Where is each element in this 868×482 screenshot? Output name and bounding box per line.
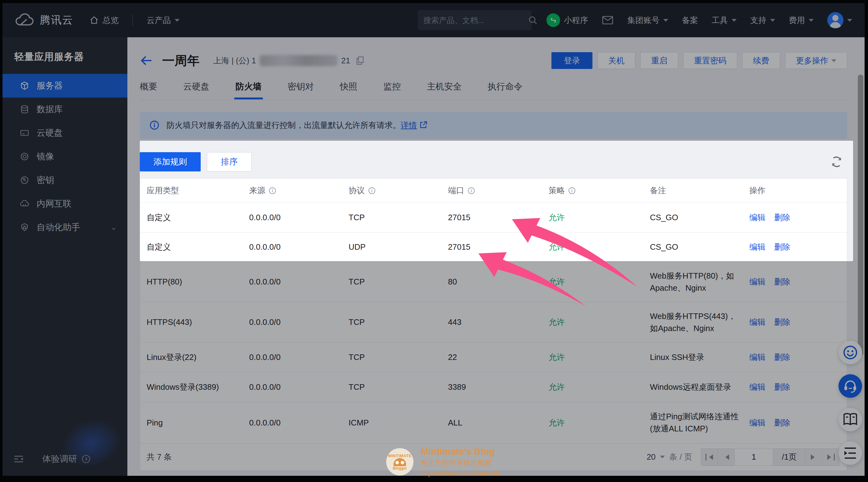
last-page-button[interactable]: [822, 449, 839, 465]
login-button[interactable]: 登录: [552, 52, 592, 69]
collapse-sidebar-icon[interactable]: [13, 454, 24, 464]
reset-password-button[interactable]: 重置密码: [683, 52, 737, 69]
scrollbar-thumb[interactable]: [858, 74, 863, 356]
info-circle-icon[interactable]: [467, 187, 475, 195]
edit-link[interactable]: 编辑: [749, 316, 766, 328]
support-button[interactable]: [838, 374, 862, 398]
info-circle-icon[interactable]: [269, 187, 277, 195]
cell-policy: 允许: [549, 241, 650, 253]
edit-link[interactable]: 编辑: [749, 212, 766, 224]
nav-mini-program[interactable]: 小程序: [547, 13, 588, 27]
docs-button[interactable]: [838, 408, 862, 431]
nav-account[interactable]: [827, 12, 852, 28]
delete-link[interactable]: 删除: [774, 212, 790, 224]
col-port: 端口: [448, 185, 549, 196]
page-size-select[interactable]: 20 条 / 页: [647, 452, 692, 462]
delete-link[interactable]: 删除: [774, 241, 790, 253]
sidebar-item-database[interactable]: 数据库: [2, 98, 127, 121]
delete-link[interactable]: 删除: [774, 351, 790, 363]
delete-link[interactable]: 删除: [774, 316, 790, 328]
nav-icp[interactable]: 备案: [682, 15, 698, 26]
tencent-cloud-logo: [15, 13, 34, 27]
delete-link[interactable]: 删除: [774, 381, 790, 393]
tab-key-pair[interactable]: 密钥对: [288, 81, 314, 99]
cell-policy: 允许: [549, 417, 650, 429]
rules-toolbar: 添加规则 排序: [140, 152, 847, 171]
renew-button[interactable]: 续费: [742, 52, 780, 69]
nav-cloud-products-label: 云产品: [147, 15, 171, 26]
sidebar-item-cloud-disk[interactable]: 云硬盘: [2, 121, 127, 145]
info-circle-icon: [149, 120, 160, 130]
edit-link[interactable]: 编辑: [749, 241, 766, 253]
delete-link[interactable]: 删除: [774, 417, 790, 429]
table-row: Linux登录(22) 0.0.0.0/0 TCP 22 允许 Linux SS…: [140, 343, 847, 373]
tab-monitor[interactable]: 监控: [383, 81, 401, 99]
cell-remark: 通过Ping测试网络连通性(放通ALL ICMP): [650, 411, 749, 435]
cell-remark: Web服务HTTP(80)，如Apache、Nginx: [650, 270, 749, 294]
chevron-down-icon: [732, 19, 737, 24]
edit-link[interactable]: 编辑: [749, 276, 766, 288]
sidebar-item-automation[interactable]: 自动化助手 ⌄: [2, 216, 127, 239]
cell-port: 22: [448, 351, 549, 363]
smiley-feedback-icon: [842, 345, 858, 360]
prev-page-button[interactable]: [718, 449, 735, 465]
nav-messages[interactable]: [602, 15, 614, 25]
cell-remark: Windows远程桌面登录: [650, 381, 749, 393]
cell-app-type: HTTPS(443): [147, 316, 249, 328]
sidebar-item-keys[interactable]: 密钥: [2, 168, 127, 192]
database-icon: [20, 105, 29, 114]
nav-tools[interactable]: 工具: [712, 15, 737, 26]
tab-overview[interactable]: 概要: [140, 81, 157, 99]
pagination: 1 /1页: [701, 448, 839, 466]
survey-link[interactable]: 体验调研: [24, 453, 109, 465]
global-search[interactable]: [418, 10, 532, 30]
banner-detail-link[interactable]: 详情: [401, 121, 417, 130]
feedback-button[interactable]: [838, 341, 862, 364]
firewall-rules-table: 应用类型 来源 协议 端口 策略 备注 操作 自定义 0.0.0.0/0 TCP: [140, 178, 847, 444]
search-input[interactable]: [424, 16, 524, 25]
instance-header: 一周年 上海 | (公) 1 21 登录 关机 重启: [140, 51, 847, 70]
info-circle-icon[interactable]: [568, 187, 576, 195]
restart-button[interactable]: 重启: [640, 52, 678, 69]
sidebar-item-servers[interactable]: 服务器: [2, 74, 127, 98]
copy-icon[interactable]: [356, 56, 364, 65]
nav-billing-label: 费用: [789, 15, 805, 26]
ticket-button[interactable]: [838, 441, 862, 465]
sidebar-item-vpc[interactable]: 内网互联: [2, 192, 127, 216]
edit-link[interactable]: 编辑: [749, 381, 766, 393]
nav-group-account[interactable]: 集团账号: [627, 15, 668, 26]
nav-support[interactable]: 支持: [750, 15, 775, 26]
brand[interactable]: 腾讯云: [15, 13, 73, 27]
edit-link[interactable]: 编辑: [749, 351, 766, 363]
edit-link[interactable]: 编辑: [749, 417, 766, 429]
nav-overview[interactable]: 总览: [90, 15, 119, 26]
tab-cloud-disk[interactable]: 云硬盘: [183, 81, 209, 99]
table-header-row: 应用类型 来源 协议 端口 策略 备注 操作: [140, 179, 847, 203]
key-icon: [20, 175, 29, 185]
nav-tools-label: 工具: [712, 15, 728, 26]
region-suffix: 21: [341, 56, 350, 66]
tab-host-security[interactable]: 主机安全: [427, 81, 462, 99]
current-page-box[interactable]: 1: [735, 449, 773, 465]
search-icon[interactable]: [528, 15, 538, 25]
nav-billing[interactable]: 费用: [789, 15, 814, 26]
chevron-down-icon: ⌄: [111, 223, 117, 232]
delete-link[interactable]: 删除: [774, 276, 790, 288]
nav-cloud-products[interactable]: 云产品: [147, 15, 180, 26]
first-page-button[interactable]: [701, 449, 718, 465]
back-arrow-icon[interactable]: [140, 54, 153, 67]
add-rule-button[interactable]: 添加规则: [140, 152, 201, 171]
shutdown-button[interactable]: 关机: [597, 52, 635, 69]
next-page-button[interactable]: [806, 449, 822, 465]
page-size-unit: 条 / 页: [669, 452, 692, 462]
nav-support-label: 支持: [750, 15, 767, 26]
sidebar-item-images[interactable]: 镜像: [2, 145, 127, 168]
refresh-icon[interactable]: [830, 155, 843, 169]
more-actions-button[interactable]: 更多操作: [785, 52, 847, 69]
tab-snapshot[interactable]: 快照: [340, 81, 357, 99]
tab-run-command[interactable]: 执行命令: [488, 81, 523, 99]
sort-button[interactable]: 排序: [207, 152, 252, 171]
sidebar-item-label: 自动化助手: [37, 221, 80, 233]
info-circle-icon[interactable]: [368, 187, 376, 195]
tab-firewall[interactable]: 防火墙: [236, 81, 261, 99]
